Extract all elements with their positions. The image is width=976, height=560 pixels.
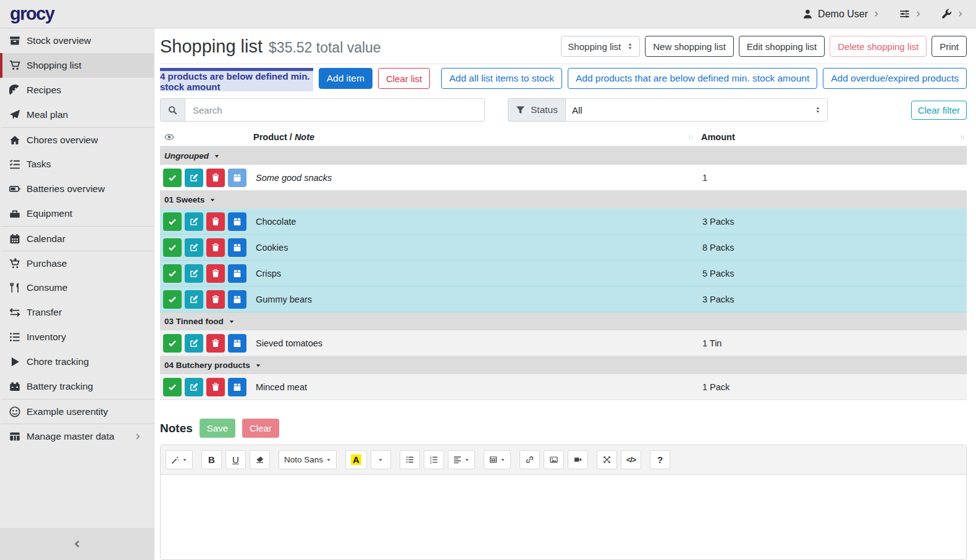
delete-item-button[interactable]	[206, 238, 225, 257]
delete-shopping-list-button[interactable]: Delete shopping list	[830, 36, 927, 57]
edit-item-button[interactable]	[185, 238, 203, 257]
edit-item-button[interactable]	[185, 264, 203, 283]
sidebar-item-chores-overview[interactable]: Chores overview	[0, 127, 154, 152]
sidebar-item-manage-master-data[interactable]: Manage master data	[0, 424, 154, 448]
add-to-stock-button[interactable]	[228, 238, 246, 257]
status-select[interactable]: All	[565, 98, 828, 122]
delete-item-button[interactable]	[206, 334, 225, 353]
sort-icon[interactable]: ↑↓	[688, 133, 693, 141]
user-icon	[802, 9, 813, 19]
code-view-button[interactable]: </>	[621, 450, 641, 469]
sidebar-item-chore-tracking[interactable]: Chore tracking	[0, 349, 154, 374]
grocy-logo[interactable]: grocy	[10, 5, 54, 23]
shopping-list-select[interactable]: Shopping list	[561, 36, 640, 57]
sidebar-item-tasks[interactable]: Tasks	[0, 152, 154, 177]
caret-down-icon	[500, 458, 505, 462]
help-button[interactable]: ?	[650, 450, 670, 469]
ordered-list-button[interactable]	[424, 450, 444, 469]
sidebar-item-meal-plan[interactable]: Meal plan	[0, 102, 154, 127]
edit-item-button[interactable]	[185, 334, 203, 353]
add-to-stock-button[interactable]	[228, 169, 246, 187]
trash-icon	[211, 383, 220, 391]
style-dropdown-button[interactable]	[166, 450, 193, 469]
sidebar-item-inventory[interactable]: Inventory	[0, 325, 154, 349]
delete-item-button[interactable]	[206, 378, 225, 396]
add-to-stock-button[interactable]	[228, 290, 246, 309]
group-header-03-tinned-food[interactable]: 03 Tinned food	[160, 312, 967, 330]
sidebar-item-recipes[interactable]: Recipes	[0, 78, 154, 102]
edit-item-button[interactable]	[185, 290, 203, 309]
add-to-stock-button[interactable]	[228, 264, 246, 283]
save-notes-button[interactable]: Save	[200, 419, 235, 438]
edit-item-button[interactable]	[185, 169, 203, 187]
product-column-header[interactable]: Product / Note ↑↓	[253, 132, 701, 142]
unordered-list-button[interactable]	[400, 450, 420, 469]
add-item-button[interactable]: Add item	[319, 68, 372, 89]
add-products-that-are-below-defined-min-stock-amount-button[interactable]: Add products that are below defined min.…	[568, 68, 817, 89]
insert-video-button[interactable]	[568, 450, 588, 469]
fullscreen-button[interactable]	[597, 450, 617, 469]
clear-filter-button[interactable]: Clear filter	[911, 101, 967, 120]
clear-formatting-button[interactable]	[250, 450, 270, 469]
toolbox-icon	[9, 208, 20, 219]
wrench-icon	[941, 9, 952, 19]
insert-image-button[interactable]	[544, 450, 564, 469]
visibility-column-header[interactable]	[160, 132, 253, 142]
sidebar-item-label: Consume	[27, 282, 67, 293]
mark-done-button[interactable]	[163, 264, 182, 283]
notes-editor-area[interactable]	[161, 475, 966, 559]
sidebar-item-consume[interactable]: Consume	[0, 275, 154, 300]
admin-menu[interactable]	[941, 9, 964, 19]
settings-menu[interactable]	[899, 9, 922, 19]
group-header-04-butchery-products[interactable]: 04 Butchery products	[160, 356, 967, 374]
group-header-ungrouped[interactable]: Ungrouped	[160, 147, 967, 165]
sidebar-item-battery-tracking[interactable]: Battery tracking	[0, 374, 154, 399]
delete-item-button[interactable]	[206, 212, 225, 231]
add-overdue-expired-products-button[interactable]: Add overdue/expired products	[823, 68, 967, 89]
sidebar-item-equipment[interactable]: Equipment	[0, 201, 154, 226]
mark-done-button[interactable]	[163, 378, 182, 396]
add-all-list-items-to-stock-button[interactable]: Add all list items to stock	[441, 68, 562, 89]
delete-item-button[interactable]	[206, 290, 225, 309]
edit-item-button[interactable]	[185, 378, 203, 396]
mark-done-button[interactable]	[163, 334, 182, 353]
new-shopping-list-button[interactable]: New shopping list	[645, 36, 734, 57]
user-menu[interactable]: Demo User	[802, 9, 880, 20]
sidebar-item-purchase[interactable]: Purchase	[0, 251, 154, 275]
delete-item-button[interactable]	[206, 169, 225, 187]
edit-item-button[interactable]	[185, 212, 203, 231]
clear-list-button[interactable]: Clear list	[378, 68, 430, 89]
add-to-stock-button[interactable]	[228, 334, 246, 353]
group-header-01-sweets[interactable]: 01 Sweets	[160, 191, 967, 209]
amount-column-header[interactable]: Amount ↑↓	[701, 132, 967, 142]
mark-done-button[interactable]	[163, 169, 182, 187]
delete-item-button[interactable]	[206, 264, 225, 283]
clear-notes-button[interactable]: Clear	[242, 419, 279, 438]
mark-done-button[interactable]	[163, 238, 182, 257]
sidebar-item-batteries-overview[interactable]: Batteries overview	[0, 177, 154, 201]
paragraph-align-button[interactable]	[448, 450, 475, 469]
font-family-dropdown[interactable]: Noto Sans	[279, 450, 337, 469]
sidebar-item-calendar[interactable]: Calendar	[0, 226, 154, 251]
sidebar-item-shopping-list[interactable]: Shopping list	[0, 53, 154, 78]
search-input[interactable]	[185, 98, 485, 122]
insert-link-button[interactable]	[520, 450, 540, 469]
sort-icon[interactable]: ↑↓	[960, 133, 965, 141]
sidebar-item-stock-overview[interactable]: Stock overview	[0, 28, 154, 53]
add-to-stock-button[interactable]	[228, 212, 246, 231]
edit-shopping-list-button[interactable]: Edit shopping list	[739, 36, 825, 57]
text-color-button[interactable]: A	[345, 450, 367, 469]
print-button[interactable]: Print	[932, 36, 967, 57]
sidebar-item-label: Batteries overview	[27, 183, 105, 194]
bold-button[interactable]: B	[201, 450, 222, 469]
text-color-dropdown[interactable]	[371, 450, 391, 469]
sidebar-item-transfer[interactable]: Transfer	[0, 300, 154, 325]
add-to-stock-button[interactable]	[228, 378, 246, 396]
insert-table-button[interactable]	[484, 450, 511, 469]
mark-done-button[interactable]	[163, 212, 182, 231]
mark-done-button[interactable]	[163, 290, 182, 309]
sidebar-collapse-button[interactable]	[0, 528, 154, 560]
underline-button[interactable]: U	[225, 450, 246, 469]
main-content: Shopping list $35.52 total value Shoppin…	[154, 28, 976, 560]
sidebar-item-example-userentity[interactable]: Example userentity	[0, 399, 154, 424]
